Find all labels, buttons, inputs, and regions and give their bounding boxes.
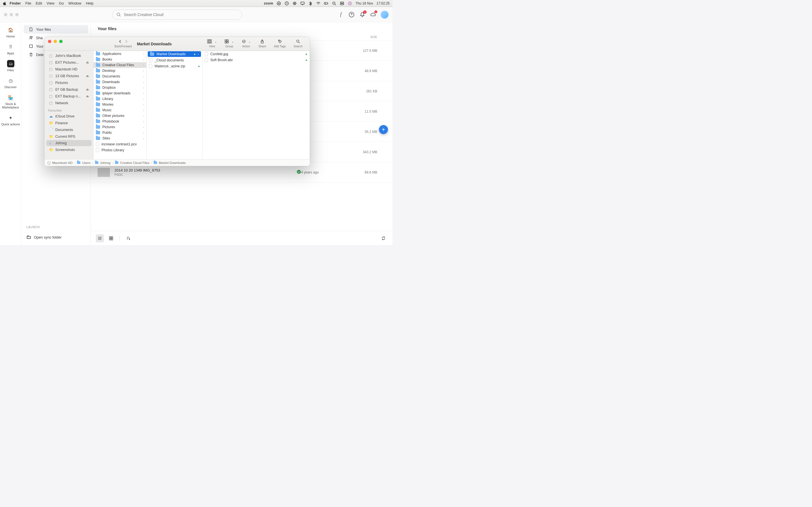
finder-item[interactable]: Downloads› [94, 79, 146, 85]
rail-apps[interactable]: ⠿Apps [0, 42, 21, 56]
sidebar-location[interactable]: ▢EXT Pictures...⏏ [46, 59, 92, 66]
svg-point-2 [293, 2, 296, 5]
rail-discover[interactable]: ◷Discover [0, 76, 21, 90]
finder-item[interactable]: Music› [94, 107, 146, 113]
finder-item[interactable]: Movies› [94, 102, 146, 107]
sidebar-favourite[interactable]: 📁Screenshots [46, 147, 92, 153]
rail-quick-actions[interactable]: ✦Quick actions [0, 113, 21, 127]
toolbar-search[interactable]: Search [294, 39, 303, 48]
sidebar-location[interactable]: ▢Macintosh HD [46, 66, 92, 72]
add-button[interactable]: + [379, 125, 388, 134]
sidebar-location[interactable]: ▢Pictures [46, 79, 92, 86]
timemachine-icon[interactable] [285, 1, 289, 6]
sort-button[interactable] [124, 234, 132, 242]
sidebar-location[interactable]: ▢13 GB Pictures⏏ [46, 73, 92, 79]
finder-path-bar[interactable]: ▢Macintosh HD›Users›Johnxg›Creative Clou… [45, 159, 310, 166]
sidebar-location[interactable]: ▢Network [46, 100, 92, 106]
cc-search[interactable] [112, 10, 242, 20]
col-size[interactable]: SIZE [352, 36, 386, 39]
finder-item[interactable]: increase contrast1.pcv [94, 141, 146, 147]
finder-item[interactable]: Public› [94, 130, 146, 135]
path-segment[interactable]: Users [82, 161, 91, 165]
finder-item[interactable]: Books› [94, 57, 146, 62]
sidebar-favourite[interactable]: ⌂Johnxg [46, 140, 92, 146]
finder-item[interactable]: Market Downloads●› [148, 51, 201, 57]
siri-icon[interactable] [348, 1, 352, 6]
menu-edit[interactable]: Edit [36, 1, 42, 5]
finder-item[interactable]: Photos Library [94, 147, 146, 153]
menu-help[interactable]: Help [86, 1, 94, 5]
toolbar-group[interactable]: ⌄Group [225, 39, 234, 48]
display-icon[interactable] [300, 1, 305, 6]
cc-traffic-lights[interactable] [4, 13, 18, 16]
path-segment[interactable]: Johnxg [100, 161, 110, 165]
finder-item[interactable]: Pictures› [94, 124, 146, 130]
sidebar-location[interactable]: ▢EXT Backup n...⏏ [46, 93, 92, 100]
path-segment[interactable]: Macintosh HD [52, 161, 72, 165]
svg-point-33 [297, 40, 299, 42]
finder-item[interactable]: Other pictures› [94, 113, 146, 119]
menubar-app-name[interactable]: Finder [10, 1, 21, 5]
sidebar-favourite[interactable]: 📁Finance [46, 120, 92, 126]
airplay-icon[interactable] [292, 1, 297, 6]
refresh-button[interactable] [379, 234, 388, 242]
menubar-date[interactable]: Thu 16 Nov [356, 1, 373, 5]
back-forward-group[interactable]: Back/Forward [114, 39, 132, 48]
svg-point-32 [279, 41, 280, 41]
battery-icon[interactable] [324, 1, 328, 6]
grid-view-button[interactable] [107, 234, 115, 242]
open-sync-folder[interactable]: Open sync folder [21, 232, 91, 242]
menu-file[interactable]: File [26, 1, 31, 5]
path-segment[interactable]: Creative Cloud Files [120, 161, 149, 165]
finder-item[interactable]: Desktop› [94, 68, 146, 73]
sidebar-favourite[interactable]: ☁iCloud Drive [46, 113, 92, 119]
sidebar-location[interactable]: ▢07 GB Backup⏏ [46, 86, 92, 93]
finder-item[interactable]: Soft Brush.abr● [202, 57, 310, 63]
finder-item[interactable]: iplayer downloads› [94, 91, 146, 96]
menu-window[interactable]: Window [68, 1, 81, 5]
rail-home[interactable]: 🏠Home [0, 25, 21, 39]
control-center-icon[interactable] [340, 1, 344, 6]
finder-item[interactable]: Documents› [94, 73, 146, 79]
finder-column-1: Applications›Books›Creative Cloud Files›… [94, 51, 147, 159]
spotlight-icon[interactable] [332, 1, 336, 6]
wifi-icon[interactable] [316, 1, 320, 6]
toolbar-action[interactable]: ⌄Action [242, 39, 251, 48]
finder-item[interactable]: Photobook› [94, 119, 146, 124]
menu-view[interactable]: View [47, 1, 54, 5]
finder-item[interactable]: Applications› [94, 51, 146, 57]
launch-header: LAUNCH [21, 222, 91, 232]
sidebar-favourite[interactable]: 📁Current RPS [46, 133, 92, 140]
finder-item[interactable]: _Cloud documents [147, 57, 202, 63]
path-segment[interactable]: Market Downloads [159, 161, 186, 165]
side-your-files[interactable]: Your files [24, 25, 88, 34]
finder-item[interactable]: Confetti.jpg● [202, 51, 310, 57]
bluetooth-icon[interactable] [308, 1, 313, 6]
cc-search-input[interactable] [124, 12, 238, 17]
finder-item[interactable]: Dropbox› [94, 85, 146, 91]
sidebar-favourite[interactable]: 📄Documents [46, 126, 92, 133]
menu-go[interactable]: Go [59, 1, 64, 5]
finder-item[interactable]: Library› [94, 96, 146, 102]
finder-item[interactable]: Creative Cloud Files› [94, 62, 146, 68]
file-name: 2014 10 20 1349 IMG_8753 [114, 168, 297, 172]
toolbar-view[interactable]: ⌄View [207, 39, 217, 48]
rail-stock[interactable]: 🏪Stock & Marketplace [0, 93, 21, 110]
cloud-status-icon[interactable]: ! [370, 11, 376, 18]
menubar-time[interactable]: 17:02:25 [376, 1, 390, 5]
file-size: 68.6 MB [352, 170, 386, 174]
list-view-button[interactable] [96, 234, 104, 242]
notifications-icon[interactable]: 1 [359, 11, 365, 18]
nordvpn-icon[interactable] [276, 1, 281, 6]
help-icon[interactable] [349, 11, 355, 18]
finder-item[interactable]: Sites› [94, 135, 146, 141]
zoom-menubar-icon[interactable]: zoom [264, 1, 273, 5]
fonts-icon[interactable]: f [338, 11, 344, 18]
toolbar-share[interactable]: Share [259, 39, 266, 48]
finder-item[interactable]: Watercol...azine.zip● [147, 63, 202, 69]
user-avatar[interactable] [380, 11, 389, 18]
sidebar-location[interactable]: ▢John's MacBook [46, 52, 92, 59]
finder-traffic-lights[interactable] [48, 40, 63, 43]
rail-files[interactable]: 🗂Files [0, 59, 21, 73]
toolbar-tags[interactable]: Add Tags [274, 39, 286, 48]
